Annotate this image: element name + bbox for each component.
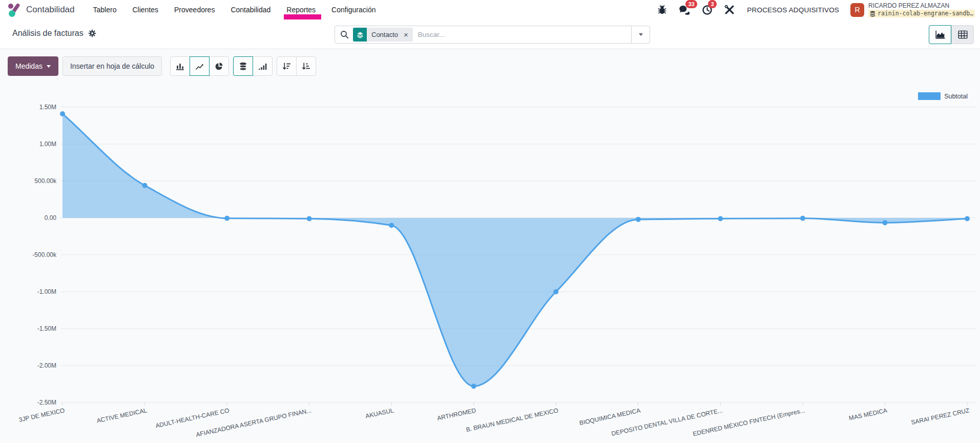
menu-item-proveedores[interactable]: Proveedores: [173, 1, 216, 19]
area-chart-icon: [935, 30, 945, 39]
insert-spreadsheet-button[interactable]: Insertar en hoja de cálculo: [62, 56, 162, 76]
chart-area: 1.50M1.00M500.00k0.00-500.00k-1.00M-1.50…: [0, 77, 980, 443]
svg-text:-1.50M: -1.50M: [37, 325, 56, 332]
svg-text:ACTIVE MEDICAL: ACTIVE MEDICAL: [96, 407, 148, 425]
svg-text:500.00k: 500.00k: [34, 177, 57, 185]
search-facet-label: Contacto: [367, 28, 403, 42]
cumulative-toggle-button[interactable]: [253, 56, 273, 76]
messages-icon[interactable]: 33: [678, 4, 691, 16]
svg-text:-500.00k: -500.00k: [32, 251, 57, 258]
svg-text:SARAI PEREZ CRUZ: SARAI PEREZ CRUZ: [910, 407, 970, 426]
main-menu: Tablero Clientes Proveedores Contabilida…: [92, 1, 377, 19]
chevron-down-icon: [47, 65, 51, 68]
view-switcher: [929, 25, 974, 44]
gear-icon[interactable]: [88, 29, 96, 37]
sort-desc-icon: [282, 62, 291, 71]
menu-item-reportes[interactable]: Reportes: [285, 1, 317, 19]
measures-button[interactable]: Medidas: [8, 56, 58, 76]
svg-text:-2.00M: -2.00M: [37, 362, 56, 369]
database-name: rainin-colab-engrane-sandb…: [878, 10, 973, 17]
sort-ascending-button[interactable]: [296, 56, 316, 76]
bar-chart-button[interactable]: [170, 56, 190, 76]
app-home-button[interactable]: Contabilidad: [7, 3, 75, 17]
pie-chart-icon: [215, 62, 223, 71]
user-meta: RICARDO PEREZ ALMAZAN rainin-colab-engra…: [868, 2, 975, 17]
svg-text:-2.50M: -2.50M: [37, 399, 56, 406]
bar-chart-icon: [176, 62, 184, 71]
database-icon: [870, 11, 875, 17]
svg-text:ARTHROMED: ARTHROMED: [436, 407, 477, 422]
ascending-bars-icon: [258, 62, 267, 71]
measures-label: Medidas: [15, 62, 43, 70]
menu-item-reportes-label: Reportes: [286, 6, 316, 14]
user-avatar: R: [850, 3, 864, 17]
app-name: Contabilidad: [26, 5, 75, 15]
svg-text:BIOQUIMICA MEDICA: BIOQUIMICA MEDICA: [579, 407, 641, 427]
pie-chart-button[interactable]: [209, 56, 229, 76]
chevron-down-icon: [639, 33, 643, 36]
svg-text:-1.00M: -1.00M: [37, 288, 56, 295]
pivot-view-button[interactable]: [951, 25, 974, 44]
menu-item-tablero[interactable]: Tablero: [92, 1, 118, 19]
mode-group: [233, 56, 273, 76]
menu-item-configuracion[interactable]: Configuración: [330, 1, 377, 19]
chart-type-group: [170, 56, 229, 76]
svg-text:1.50M: 1.50M: [39, 104, 56, 111]
svg-text:B. BRAUN MEDICAL DE MEXICO: B. BRAUN MEDICAL DE MEXICO: [465, 407, 558, 433]
line-chart-button[interactable]: [190, 56, 210, 76]
search-input[interactable]: [413, 31, 631, 38]
database-name-tag: rainin-colab-engrane-sandb…: [868, 10, 975, 17]
topbar-systray: 33 3 PROCESOS ADQUISITIVOS R RICARDO PER…: [656, 2, 975, 17]
user-menu[interactable]: R RICARDO PEREZ ALMAZAN rainin-colab-eng…: [850, 2, 975, 17]
activities-count-badge: 3: [708, 0, 717, 8]
activities-clock-icon[interactable]: 3: [701, 4, 713, 16]
search-dropdown-toggle[interactable]: [631, 26, 650, 43]
sort-asc-icon: [302, 62, 310, 71]
groupby-layers-icon: [353, 28, 367, 42]
svg-text:0.00: 0.00: [45, 214, 57, 222]
stacked-database-icon: [239, 62, 247, 71]
svg-text:1.00M: 1.00M: [39, 140, 56, 148]
graph-view-button[interactable]: [929, 25, 951, 44]
sort-group: [277, 56, 316, 76]
top-navbar: Contabilidad Tablero Clientes Proveedore…: [0, 0, 980, 19]
breadcrumb: Análisis de facturas: [12, 29, 96, 38]
svg-text:3JP DE MEXICO: 3JP DE MEXICO: [18, 407, 66, 424]
menu-item-contabilidad[interactable]: Contabilidad: [230, 1, 272, 19]
subtotal-area-chart[interactable]: 1.50M1.00M500.00k0.00-500.00k-1.00M-1.50…: [0, 77, 980, 443]
odoo-app-logo-icon: [7, 3, 21, 17]
sort-descending-button[interactable]: [277, 56, 297, 76]
tools-icon[interactable]: [723, 4, 736, 16]
search-bar: Contacto ×: [335, 26, 650, 44]
stacked-toggle-button[interactable]: [233, 56, 253, 76]
user-name: RICARDO PEREZ ALMAZAN: [868, 2, 975, 10]
svg-text:AKUASUL: AKUASUL: [365, 407, 394, 419]
menu-item-clientes[interactable]: Clientes: [131, 1, 159, 19]
company-switcher[interactable]: PROCESOS ADQUISITIVOS: [747, 6, 839, 14]
search-facet-contacto[interactable]: Contacto ×: [353, 28, 413, 42]
svg-text:MAS MÉDICA: MAS MÉDICA: [848, 406, 888, 421]
control-panel: Análisis de facturas: [0, 19, 980, 49]
graph-toolbar: Medidas Insertar en hoja de cálculo: [8, 56, 316, 76]
reportes-highlight-bar: [284, 14, 321, 19]
page-title: Análisis de facturas: [12, 29, 84, 38]
facet-remove-icon[interactable]: ×: [403, 28, 413, 42]
messages-count-badge: 33: [685, 0, 697, 8]
pivot-table-icon: [958, 30, 968, 39]
search-icon: [340, 30, 349, 39]
debug-bug-icon[interactable]: [656, 4, 668, 16]
line-chart-icon: [195, 62, 204, 71]
